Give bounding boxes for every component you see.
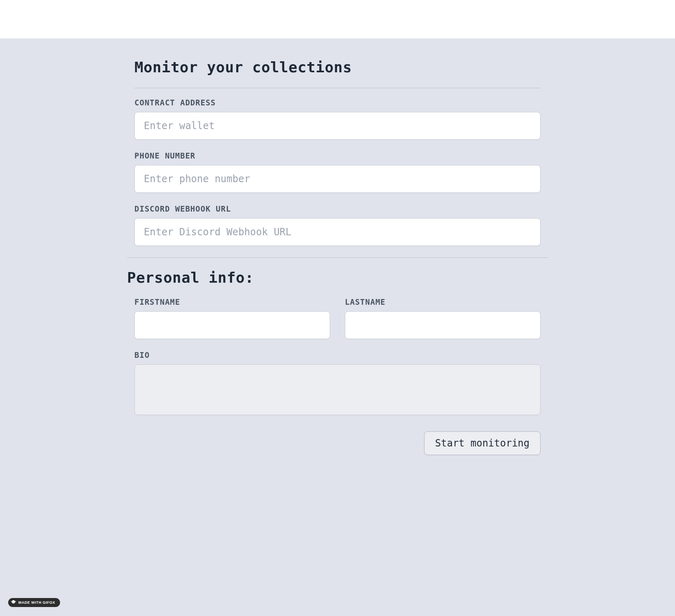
firstname-field: FIRSTNAME — [134, 297, 330, 339]
personal-info-section: FIRSTNAME LASTNAME BIO Start monitoring — [127, 297, 548, 455]
contract-address-input[interactable] — [134, 112, 541, 140]
lastname-label: LASTNAME — [345, 297, 541, 306]
contract-address-field: CONTRACT ADDRESS — [134, 98, 541, 140]
page-title: Monitor your collections — [134, 59, 548, 76]
main-area: Monitor your collections CONTRACT ADDRES… — [0, 38, 675, 616]
name-row: FIRSTNAME LASTNAME — [134, 297, 541, 339]
lastname-field: LASTNAME — [345, 297, 541, 339]
contract-address-label: CONTRACT ADDRESS — [134, 98, 541, 107]
firstname-input[interactable] — [134, 311, 330, 339]
bio-textarea[interactable] — [134, 364, 541, 415]
firstname-label: FIRSTNAME — [134, 297, 330, 306]
gifox-badge-text: MADE WITH GIFOX — [18, 600, 55, 605]
phone-number-input[interactable] — [134, 165, 541, 193]
form-container: Monitor your collections CONTRACT ADDRES… — [127, 59, 548, 455]
bio-field: BIO — [134, 350, 541, 417]
personal-info-heading: Personal info: — [127, 269, 548, 286]
actions-row: Start monitoring — [134, 431, 541, 455]
divider-top — [134, 88, 541, 88]
phone-number-label: PHONE NUMBER — [134, 151, 541, 160]
start-monitoring-button[interactable]: Start monitoring — [424, 431, 541, 455]
top-spacer — [0, 0, 675, 38]
phone-number-field: PHONE NUMBER — [134, 151, 541, 193]
gifox-badge: MADE WITH GIFOX — [8, 598, 60, 607]
lastname-input[interactable] — [345, 311, 541, 339]
discord-webhook-field: DISCORD WEBHOOK URL — [134, 204, 541, 246]
bio-label: BIO — [134, 350, 541, 359]
monitoring-form-section: CONTRACT ADDRESS PHONE NUMBER DISCORD WE… — [127, 88, 548, 246]
discord-webhook-input[interactable] — [134, 218, 541, 246]
discord-webhook-label: DISCORD WEBHOOK URL — [134, 204, 541, 213]
divider-middle — [127, 257, 548, 258]
gifox-icon — [11, 600, 16, 605]
